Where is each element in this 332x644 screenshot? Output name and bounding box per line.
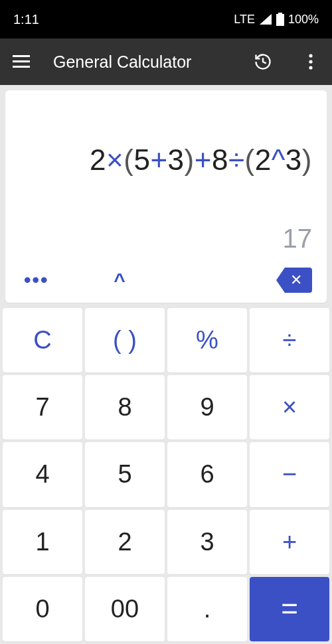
one-button[interactable]: 1 [3, 510, 82, 574]
token-paren: ) [185, 143, 195, 177]
multiply-button[interactable]: × [250, 375, 329, 440]
svg-point-7 [309, 66, 312, 69]
paren-button[interactable]: ( ) [85, 308, 165, 372]
app-title: General Calculator [53, 52, 231, 72]
token-op: + [150, 143, 167, 177]
token-num: 5 [133, 143, 150, 177]
more-ops-button[interactable]: ••• [20, 266, 80, 295]
svg-rect-2 [13, 55, 30, 57]
svg-point-6 [309, 60, 312, 63]
five-button[interactable]: 5 [85, 442, 165, 507]
token-op: ÷ [228, 143, 245, 177]
three-button[interactable]: 3 [167, 510, 247, 574]
six-button[interactable]: 6 [167, 442, 247, 507]
two-button[interactable]: 2 [85, 510, 165, 574]
four-button[interactable]: 4 [3, 442, 82, 507]
overflow-icon[interactable] [295, 46, 327, 78]
history-icon[interactable] [247, 46, 279, 78]
close-icon: ✕ [290, 272, 302, 289]
token-op: ^ [272, 143, 286, 177]
svg-rect-0 [276, 14, 284, 26]
token-num: 2 [255, 143, 272, 177]
token-paren: ( [245, 143, 255, 177]
status-battery: 100% [288, 13, 319, 27]
battery-icon [276, 13, 284, 26]
nine-button[interactable]: 9 [167, 375, 247, 440]
expression[interactable]: 2×(5+3)+8÷(2^3) [20, 102, 312, 217]
seven-button[interactable]: 7 [3, 375, 82, 440]
token-op: + [195, 143, 212, 177]
app-bar: General Calculator [0, 39, 332, 85]
status-network: LTE [234, 13, 255, 27]
eight-button[interactable]: 8 [85, 375, 165, 440]
plus-button[interactable]: + [250, 510, 329, 574]
minus-button[interactable]: − [250, 442, 329, 507]
token-op: × [106, 143, 124, 177]
menu-icon[interactable] [5, 46, 37, 78]
status-right: LTE 100% [234, 13, 319, 27]
svg-point-5 [309, 54, 312, 57]
zero-button[interactable]: 0 [3, 577, 82, 641]
result: 17 [20, 224, 312, 254]
equals-button[interactable]: = [250, 577, 329, 641]
svg-rect-3 [13, 60, 30, 62]
double-zero-button[interactable]: 00 [85, 577, 165, 641]
clear-button[interactable]: C [3, 308, 82, 372]
display-panel: 2×(5+3)+8÷(2^3) 17 ••• ^ ✕ [5, 90, 327, 303]
backspace-button[interactable]: ✕ [276, 268, 312, 293]
percent-button[interactable]: % [167, 308, 247, 372]
keypad: C ( ) % ÷ 7 8 9 × 4 5 6 − 1 2 3 + 0 00 .… [0, 308, 332, 644]
display-tools-row: ••• ^ ✕ [20, 266, 312, 295]
svg-rect-4 [13, 66, 30, 68]
token-num: 3 [286, 143, 302, 177]
token-num: 2 [90, 143, 106, 177]
signal-icon [259, 13, 272, 25]
token-num: 8 [212, 143, 228, 177]
decimal-button[interactable]: . [167, 577, 247, 641]
svg-rect-1 [278, 13, 282, 15]
token-paren: ( [124, 143, 133, 177]
caret-button[interactable]: ^ [80, 266, 159, 295]
status-bar: 1:11 LTE 100% [0, 0, 332, 39]
status-time: 1:11 [13, 12, 39, 27]
token-paren: ) [302, 143, 312, 177]
token-num: 3 [168, 143, 185, 177]
divide-button[interactable]: ÷ [250, 308, 329, 372]
